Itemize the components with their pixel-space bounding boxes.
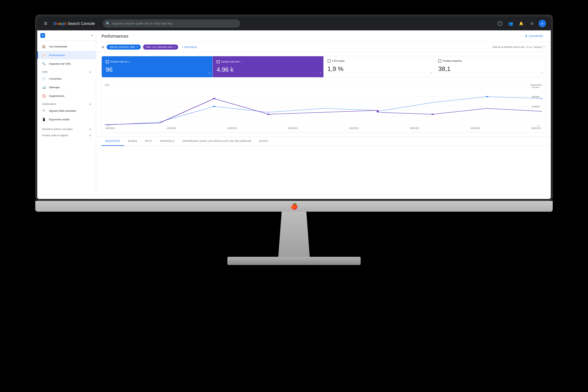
ctr-label: CTR moyen xyxy=(332,60,345,62)
export-button[interactable]: ⬇ EXPORTER xyxy=(522,33,545,40)
brand-text: Google Search Console xyxy=(53,21,95,26)
metric-card-ctr[interactable]: CTR moyen 1,9 % ? xyxy=(324,56,434,77)
people-button[interactable]: 👥 xyxy=(507,20,514,27)
x-label-2: 12/02/2021 xyxy=(166,127,176,129)
anciens-toggle[interactable]: ∨ xyxy=(89,134,91,137)
home-icon: 🏠 xyxy=(42,45,46,48)
chart-icon: 📈 xyxy=(42,53,46,57)
clics-info-icon: ? xyxy=(208,72,210,75)
sidebar-item-ergonomie[interactable]: 📱 Ergonomie mobile xyxy=(37,115,96,124)
sidebar: C ▾ 🏠 Vue d'ensemble 📈 Performances xyxy=(37,30,96,199)
brand-logo: Google Search Console xyxy=(53,21,95,26)
help-icon: ? xyxy=(498,21,502,26)
main-layout: C ▾ 🏠 Vue d'ensemble 📈 Performances xyxy=(37,30,551,199)
ctr-info-icon: ? xyxy=(430,72,432,75)
filter-chip-date[interactable]: Date: Les 3 derniers mois ✏ xyxy=(143,44,178,50)
tab-apparence[interactable]: APPARENCE DANS LES RÉSULTATS DE RECHERCH… xyxy=(178,137,256,146)
apple-logo: 🍎 xyxy=(290,203,298,210)
sidebar-item-sitemaps[interactable]: 📊 Sitemaps xyxy=(37,83,96,92)
svg-text:300: 300 xyxy=(531,96,540,98)
securite-label: Sécurité et actions manuelles xyxy=(42,128,73,130)
property-selector[interactable]: C ▾ xyxy=(37,30,96,40)
svg-text:450: 450 xyxy=(531,87,540,88)
index-toggle[interactable]: ∧ xyxy=(89,70,91,74)
search-input[interactable] xyxy=(112,22,237,25)
x-label-7: 04/03/2021 xyxy=(470,127,480,129)
position-checkbox xyxy=(438,60,442,62)
chart-container: Clics Impressions xyxy=(102,80,545,133)
securite-toggle[interactable]: ∨ xyxy=(89,128,91,131)
metric-card-position[interactable]: Position moyenne 38,1 ? xyxy=(434,56,545,77)
screen-content: ☰ Google Search Console 🔍 ? xyxy=(37,17,551,199)
filter-bar: ⚙ Type de recherche: Web ✏ Date: Les 3 d… xyxy=(96,42,551,52)
clics-header: ✓ Nombre total de c... xyxy=(106,60,208,63)
ameliorations-section: Améliorations ∧ xyxy=(37,100,96,106)
anciens-section: Anciens outils et rapports ∨ xyxy=(37,132,96,138)
clics-label: Nombre total de c... xyxy=(110,60,131,63)
hamburger-button[interactable]: ☰ xyxy=(42,20,50,27)
x-label-8: 08/03/2021 xyxy=(531,127,541,129)
bell-button[interactable]: 🔔 xyxy=(518,20,525,27)
tab-requetes[interactable]: REQUÊTES xyxy=(102,137,124,146)
sidebar-label-couverture: Couverture xyxy=(49,77,62,80)
grid-button[interactable]: ⊞ xyxy=(528,20,536,27)
svg-point-15 xyxy=(486,96,489,97)
sidebar-label-performances: Performances xyxy=(49,54,65,57)
edit-type-icon: ✏ xyxy=(136,46,138,48)
svg-point-13 xyxy=(431,114,434,115)
sidebar-item-performances[interactable]: 📈 Performances xyxy=(37,51,96,60)
dropdown-icon: ▾ xyxy=(91,34,93,37)
metric-card-clics[interactable]: ✓ Nombre total de c... 96 ? xyxy=(102,56,213,77)
sidebar-label-inspection: Inspection de l'URL xyxy=(49,62,71,65)
metric-card-impressions[interactable]: ✓ Nombre total d'im... 4,96 k ? xyxy=(213,56,324,77)
help-button[interactable]: ? xyxy=(496,20,504,27)
tabs-row: REQUÊTES PAGES PAYS APPAREILS APPARENCE … xyxy=(96,137,551,146)
svg-point-14 xyxy=(213,106,216,107)
ctr-value: 1,9 % xyxy=(328,64,430,73)
imac-neck xyxy=(276,212,312,259)
index-section: Index ∧ xyxy=(37,68,96,74)
imac-screen: ☰ Google Search Console 🔍 ? xyxy=(35,15,553,201)
svg-point-12 xyxy=(376,111,379,112)
sidebar-item-signaux[interactable]: ⏱ Signaux Web essentiels xyxy=(37,106,96,115)
suppressions-icon: 🚫 xyxy=(42,94,46,98)
impressions-header: ✓ Nombre total d'im... xyxy=(216,60,320,63)
tab-appareils[interactable]: APPAREILS xyxy=(156,137,178,146)
filter-icon: ⚙ xyxy=(102,45,104,49)
clics-value: 96 xyxy=(106,65,208,74)
chart-left-label: Clics xyxy=(105,84,110,86)
position-info-icon: ? xyxy=(541,72,543,75)
tab-pages[interactable]: PAGES xyxy=(124,137,141,146)
property-icon: C xyxy=(40,33,45,38)
tab-dates[interactable]: DATES xyxy=(256,137,272,146)
couverture-icon: 📄 xyxy=(42,77,46,80)
chart-x-labels: 08/02/2021 12/02/2021 16/02/2021 20/02/2… xyxy=(105,127,542,129)
add-filter-button[interactable]: + NOUVEAU xyxy=(180,45,198,50)
sidebar-nav: 🏠 Vue d'ensemble 📈 Performances 🔍 Inspec… xyxy=(37,40,96,139)
svg-point-11 xyxy=(267,114,270,115)
filter-chip-type[interactable]: Type de recherche: Web ✏ xyxy=(106,44,141,50)
main-content: Performances ⬇ EXPORTER ⚙ Type de recher… xyxy=(96,30,551,199)
sidebar-label-signaux: Signaux Web essentiels xyxy=(49,109,76,112)
sidebar-item-suppressions[interactable]: 🚫 Suppressions xyxy=(37,92,96,100)
sidebar-item-inspection[interactable]: 🔍 Inspection de l'URL xyxy=(37,60,96,68)
imac-base xyxy=(227,257,361,265)
ameliorations-toggle[interactable]: ∧ xyxy=(89,102,91,106)
sidebar-label-sitemaps: Sitemaps xyxy=(49,86,60,89)
svg-text:0: 0 xyxy=(537,125,540,126)
avatar[interactable]: a xyxy=(538,20,546,27)
tab-pays[interactable]: PAYS xyxy=(141,137,156,146)
hamburger-icon: ☰ xyxy=(44,21,47,26)
sidebar-item-couverture[interactable]: 📄 Couverture xyxy=(37,74,96,83)
signaux-icon: ⏱ xyxy=(42,109,46,112)
position-header: Position moyenne xyxy=(438,60,541,62)
metrics-row: ✓ Nombre total de c... 96 ? ✓ Nomb xyxy=(102,56,545,78)
grid-icon: ⊞ xyxy=(530,21,533,26)
ctr-header: CTR moyen xyxy=(328,60,430,62)
x-label-4: 20/02/2021 xyxy=(288,127,298,129)
sidebar-label-ergonomie: Ergonomie mobile xyxy=(49,118,70,121)
tabs-section: REQUÊTES PAGES PAYS APPAREILS APPARENCE … xyxy=(96,136,551,146)
sidebar-label-suppressions: Suppressions xyxy=(49,94,64,98)
sidebar-item-vue-ensemble[interactable]: 🏠 Vue d'ensemble xyxy=(37,42,96,51)
ctr-checkbox xyxy=(328,60,331,62)
